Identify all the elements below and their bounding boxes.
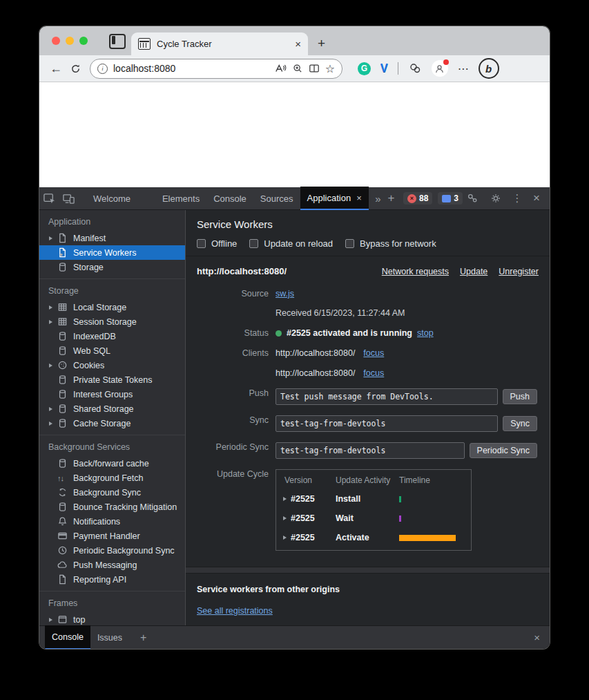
sidebar-item-background-sync[interactable]: Background Sync (39, 485, 185, 500)
chevron-right-icon[interactable] (49, 618, 57, 622)
unregister-link[interactable]: Unregister (499, 267, 539, 276)
address-bar[interactable]: i localhost:8080 ☆ (90, 59, 342, 79)
sidebar-item-interest-groups[interactable]: Interest Groups (39, 387, 185, 401)
network-requests-link[interactable]: Network requests (382, 267, 449, 276)
back-button[interactable]: ← (48, 62, 64, 76)
sidebar-item-cookies[interactable]: Cookies (39, 358, 185, 372)
update-on-reload-checkbox[interactable] (249, 239, 258, 248)
stop-link[interactable]: stop (417, 328, 434, 338)
read-aloud-icon[interactable] (274, 63, 287, 74)
drawer-tab-issues[interactable]: Issues (90, 626, 129, 649)
settings-more-button[interactable]: ⋯ (458, 62, 469, 75)
sidebar-item-shared-storage[interactable]: Shared Storage (39, 401, 185, 416)
source-file-link[interactable]: sw.js (276, 289, 294, 299)
panel-title: Service Workers (197, 218, 539, 238)
zoom-icon[interactable] (292, 63, 303, 74)
tab-elements[interactable]: Elements (155, 187, 206, 209)
settings-gear-icon[interactable] (486, 192, 505, 205)
drawer-add-tab-button[interactable]: + (140, 632, 146, 644)
focus-mode-icon[interactable] (463, 192, 482, 205)
chevron-right-icon[interactable] (49, 236, 57, 240)
drawer-tab-console[interactable]: Console (45, 625, 90, 649)
chevron-right-icon[interactable] (283, 497, 291, 501)
minimize-window-button[interactable] (66, 37, 74, 45)
tab-overview-icon[interactable] (109, 34, 126, 49)
database-icon (57, 404, 68, 414)
drawer-close-icon[interactable]: × (534, 632, 540, 643)
sync-button[interactable]: Sync (503, 416, 537, 431)
sidebar-item-notifications[interactable]: Notifications (39, 514, 185, 529)
zoom-window-button[interactable] (79, 37, 88, 45)
chevron-right-icon[interactable] (283, 516, 291, 520)
site-info-icon[interactable]: i (97, 64, 108, 74)
see-all-registrations-link[interactable]: See all registrations (197, 606, 273, 616)
tab-application[interactable]: Application × (300, 187, 369, 210)
new-tab-button[interactable]: + (318, 37, 325, 50)
item-label: top (73, 615, 85, 625)
sidebar-item-manifest[interactable]: Manifest (39, 231, 185, 245)
sidebar-item-local-storage[interactable]: Local Storage (39, 300, 185, 314)
chevron-right-icon[interactable] (283, 536, 291, 540)
error-badge[interactable]: × 88 (403, 192, 432, 205)
reload-button[interactable] (70, 63, 81, 75)
sync-input[interactable] (276, 415, 498, 432)
more-tabs-chevrons-icon[interactable]: » (371, 193, 385, 205)
sidebar-item-reporting-api[interactable]: Reporting API (39, 572, 185, 587)
chevron-right-icon[interactable] (49, 320, 57, 324)
tab-sources[interactable]: Sources (253, 187, 300, 209)
tab-welcome[interactable]: Welcome (86, 187, 137, 209)
profile-avatar[interactable] (432, 60, 448, 77)
url-text[interactable]: localhost:8080 (113, 63, 269, 74)
devtools-menu-icon[interactable]: ⋮ (510, 192, 525, 205)
update-cycle-row-install[interactable]: #2525 Install (276, 489, 471, 509)
focus-link[interactable]: focus (363, 348, 384, 358)
tab-application-close-icon[interactable]: × (356, 193, 362, 203)
update-cycle-row-wait[interactable]: #2525 Wait (276, 509, 471, 528)
v-extension-icon[interactable]: V (380, 62, 388, 75)
focus-link[interactable]: focus (363, 368, 384, 378)
sidebar-item-back-forward-cache[interactable]: Back/forward cache (39, 456, 185, 471)
chevron-right-icon[interactable] (49, 305, 57, 310)
grammarly-extension-icon[interactable]: G (358, 62, 371, 75)
push-button[interactable]: Push (503, 389, 538, 404)
browser-tab[interactable]: Cycle Tracker × (131, 32, 308, 55)
push-input[interactable] (276, 388, 498, 405)
sidebar-item-service-workers[interactable]: Service Workers (39, 245, 185, 260)
devtools-close-icon[interactable]: × (529, 191, 544, 205)
copilot-icon[interactable]: b (479, 58, 499, 79)
sidebar-item-web-sql[interactable]: Web SQL (39, 343, 185, 358)
split-screen-icon[interactable] (309, 63, 320, 74)
update-link[interactable]: Update (460, 267, 487, 276)
sidebar-item-indexeddb[interactable]: IndexedDB (39, 329, 185, 343)
sidebar-item-payment-handler[interactable]: Payment Handler (39, 529, 185, 543)
sidebar-item-background-fetch[interactable]: ↑↓ Background Fetch (39, 471, 185, 485)
sidebar-item-storage[interactable]: Storage (39, 260, 185, 274)
sidebar-item-periodic-background-sync[interactable]: Periodic Background Sync (39, 543, 185, 558)
favorites-star-icon[interactable]: ☆ (325, 62, 335, 75)
browser-essentials-icon[interactable] (408, 62, 422, 75)
sidebar-item-session-storage[interactable]: Session Storage (39, 314, 185, 329)
periodic-sync-input[interactable] (276, 442, 465, 459)
tab-close-icon[interactable]: × (295, 39, 301, 49)
sidebar-item-private-state-tokens[interactable]: Private State Tokens (39, 372, 185, 387)
update-cycle-row-activate[interactable]: #2525 Activate (276, 528, 471, 547)
sidebar-item-cache-storage[interactable]: Cache Storage (39, 416, 185, 431)
sidebar-item-top-frame[interactable]: top (39, 612, 185, 625)
offline-checkbox[interactable] (197, 239, 206, 248)
close-window-button[interactable] (52, 37, 60, 45)
chevron-right-icon[interactable] (49, 363, 57, 368)
add-panel-button[interactable]: + (385, 191, 398, 205)
message-badge[interactable]: 3 (438, 192, 463, 205)
tab-console[interactable]: Console (206, 187, 253, 209)
sidebar-item-push-messaging[interactable]: Push Messaging (39, 558, 185, 572)
inspect-element-icon[interactable] (39, 192, 59, 205)
device-toolbar-icon[interactable] (59, 192, 78, 205)
toolbar-divider (398, 62, 398, 75)
sidebar-item-bounce-tracking-mitigation[interactable]: Bounce Tracking Mitigation (39, 500, 185, 514)
chevron-right-icon[interactable] (49, 422, 57, 426)
chevron-right-icon[interactable] (49, 407, 57, 411)
periodic-sync-button[interactable]: Periodic Sync (470, 443, 537, 458)
page-viewport[interactable] (39, 82, 550, 187)
item-label: Cache Storage (73, 419, 131, 428)
bypass-for-network-checkbox[interactable] (345, 239, 354, 248)
